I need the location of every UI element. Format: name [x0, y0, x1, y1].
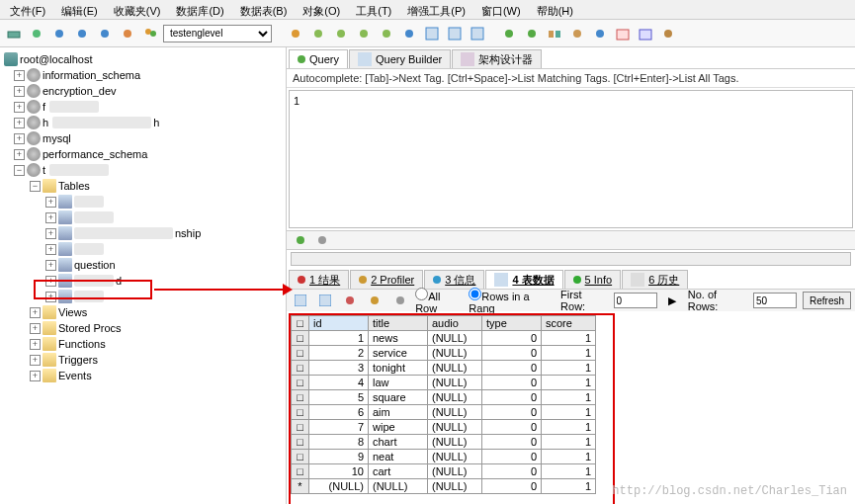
tool-icon-6[interactable]	[399, 24, 419, 43]
new-connection-icon[interactable]	[4, 24, 24, 43]
cell-score[interactable]: 1	[542, 390, 596, 405]
collapse-icon[interactable]: −	[14, 165, 25, 176]
cell-id[interactable]: 9	[309, 450, 369, 464]
horizontal-scrollbar[interactable]	[291, 252, 851, 266]
execute-all-icon[interactable]	[95, 24, 115, 43]
table-row[interactable]: □10cart(NULL)01	[292, 464, 596, 479]
cell-title[interactable]: law	[369, 376, 428, 390]
col-audio[interactable]: audio	[428, 316, 482, 331]
tab-query-builder[interactable]: Query Builder	[349, 49, 451, 68]
cell-type[interactable]: 0	[482, 479, 542, 494]
corner-cell[interactable]: □	[292, 316, 309, 331]
expand-icon[interactable]: +	[45, 197, 56, 208]
data-grid[interactable]: □ id title audio type score □1news(NULL)…	[291, 315, 596, 494]
row-header[interactable]: □	[292, 435, 309, 450]
cell-score[interactable]: 1	[542, 420, 596, 435]
table-row[interactable]: □3tonight(NULL)01	[292, 361, 596, 376]
refresh-button[interactable]: Refresh	[803, 292, 851, 309]
cell-score[interactable]: 1	[542, 376, 596, 390]
table-row[interactable]: □5square(NULL)01	[292, 390, 596, 405]
cell-audio[interactable]: (NULL)	[428, 346, 482, 361]
object-browser[interactable]: root@localhost +information_schema +encr…	[0, 47, 287, 504]
sync-icon[interactable]	[499, 24, 519, 43]
col-id[interactable]: id	[309, 316, 369, 331]
cell-title[interactable]: wipe	[369, 420, 428, 435]
expand-icon[interactable]: +	[45, 228, 56, 239]
menu-database[interactable]: 数据库(D)	[170, 2, 229, 17]
table-node[interactable]: +	[2, 210, 284, 225]
expand-icon[interactable]: +	[45, 292, 56, 302]
db-node[interactable]: +hh	[2, 115, 284, 130]
menu-edit[interactable]: 编辑(E)	[55, 2, 104, 17]
cell-type[interactable]: 0	[482, 450, 542, 464]
cell-audio[interactable]: (NULL)	[428, 435, 482, 450]
db-node[interactable]: +encryption_dev	[2, 83, 284, 99]
users-icon[interactable]	[140, 24, 160, 43]
expand-icon[interactable]: +	[14, 133, 25, 144]
tab-result[interactable]: 1 结果	[289, 270, 349, 289]
query-editor[interactable]: 1	[289, 90, 853, 228]
tables-folder[interactable]: −Tables	[2, 178, 284, 194]
cell-audio[interactable]: (NULL)	[428, 420, 482, 435]
table-node[interactable]: +	[2, 289, 284, 304]
expand-icon[interactable]: +	[14, 102, 25, 113]
cell-title[interactable]: cart	[369, 464, 428, 479]
cell-id[interactable]: (NULL)	[309, 479, 369, 494]
row-header[interactable]: □	[292, 346, 309, 361]
expand-icon[interactable]: +	[45, 212, 56, 223]
table-node[interactable]: +d	[2, 273, 284, 289]
col-title[interactable]: title	[369, 316, 428, 331]
cell-id[interactable]: 5	[309, 390, 369, 405]
cell-type[interactable]: 0	[482, 376, 542, 390]
table-row[interactable]: □7wipe(NULL)01	[292, 420, 596, 435]
cell-score[interactable]: 1	[542, 346, 596, 361]
row-header[interactable]: □	[292, 464, 309, 479]
row-header[interactable]: *	[292, 479, 309, 494]
expand-icon[interactable]: +	[45, 260, 56, 271]
menu-help[interactable]: 帮助(H)	[531, 2, 579, 17]
cell-id[interactable]: 7	[309, 420, 369, 435]
triggers-folder[interactable]: +Triggers	[2, 352, 284, 368]
expand-icon[interactable]: +	[14, 149, 25, 160]
row-header[interactable]: □	[292, 361, 309, 376]
cell-audio[interactable]: (NULL)	[428, 405, 482, 420]
cell-id[interactable]: 6	[309, 405, 369, 420]
import-icon[interactable]	[366, 291, 385, 310]
cell-title[interactable]: tonight	[369, 361, 428, 376]
table-row[interactable]: □1news(NULL)01	[292, 331, 596, 346]
tool-icon-3[interactable]	[331, 24, 351, 43]
cell-title[interactable]: neat	[369, 450, 428, 464]
cell-audio[interactable]: (NULL)	[428, 361, 482, 376]
num-rows-input[interactable]	[753, 293, 797, 308]
first-row-input[interactable]	[614, 293, 657, 308]
table-row[interactable]: □8chart(NULL)01	[292, 435, 596, 450]
functions-folder[interactable]: +Functions	[2, 336, 284, 352]
table-row[interactable]: □4law(NULL)01	[292, 376, 596, 390]
export-icon[interactable]	[340, 291, 359, 310]
cell-title[interactable]: (NULL)	[369, 479, 428, 494]
collapse-icon[interactable]: −	[30, 181, 41, 192]
database-selector[interactable]: testenglevel	[163, 25, 272, 42]
views-folder[interactable]: +Views	[2, 304, 284, 320]
menu-table[interactable]: 数据表(B)	[234, 2, 294, 17]
tool-icon-4[interactable]	[354, 24, 374, 43]
tab-table-data[interactable]: 4 表数据	[485, 270, 562, 289]
table-row[interactable]: □9neat(NULL)01	[292, 450, 596, 464]
cell-audio[interactable]: (NULL)	[428, 376, 482, 390]
execute-icon[interactable]	[72, 24, 92, 43]
cell-title[interactable]: news	[369, 331, 428, 346]
table-node[interactable]: +nship	[2, 225, 284, 241]
expand-icon[interactable]: +	[14, 86, 25, 97]
cell-id[interactable]: 3	[309, 361, 369, 376]
cell-id[interactable]: 8	[309, 435, 369, 450]
grid-icon-1[interactable]	[422, 24, 442, 43]
storedprocs-folder[interactable]: +Stored Procs	[2, 320, 284, 336]
cell-type[interactable]: 0	[482, 331, 542, 346]
tool-icon-9[interactable]	[590, 24, 610, 43]
cell-type[interactable]: 0	[482, 435, 542, 450]
row-header[interactable]: □	[292, 331, 309, 346]
expand-icon[interactable]: +	[14, 70, 25, 81]
row-header[interactable]: □	[292, 420, 309, 435]
cell-score[interactable]: 1	[542, 361, 596, 376]
tool-icon-1[interactable]	[286, 24, 305, 43]
